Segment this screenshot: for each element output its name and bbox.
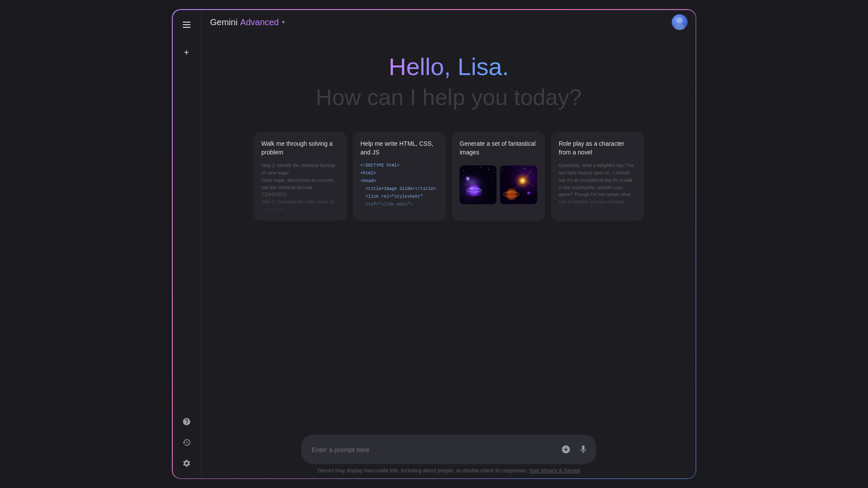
avatar-image	[672, 14, 687, 30]
disclaimer-text: Gemini may display inaccurate info, incl…	[317, 468, 527, 474]
advanced-label: Advanced	[240, 17, 279, 27]
svg-point-7	[480, 167, 480, 168]
header-title[interactable]: Gemini Advanced ▾	[210, 17, 285, 27]
card-images-title: Generate a set of fantastical images	[460, 140, 537, 157]
sidebar-bottom	[178, 413, 195, 472]
svg-point-5	[488, 169, 489, 170]
svg-point-20	[508, 171, 509, 171]
plus-circle-icon	[561, 445, 571, 454]
greeting-hello: Hello, Lisa.	[388, 52, 509, 81]
avatar-inner	[672, 14, 687, 30]
card-problem-preview: Step 1: Identify the chemical formula of…	[261, 162, 339, 213]
hero-section: Hello, Lisa. How can I help you today? W…	[201, 35, 696, 426]
svg-point-21	[524, 168, 525, 169]
card-images-container	[460, 165, 537, 204]
svg-point-28	[507, 190, 516, 199]
settings-button[interactable]	[178, 455, 195, 472]
svg-point-9	[492, 178, 493, 179]
card-roleplay[interactable]: Role play as a character from a novel Go…	[551, 132, 644, 221]
activity-button[interactable]	[178, 434, 195, 451]
add-content-button[interactable]	[558, 442, 574, 457]
card-problem[interactable]: Walk me through solving a problem Step 1…	[253, 132, 347, 221]
svg-point-3	[464, 170, 464, 171]
fantasy-svg-2	[500, 165, 537, 204]
history-icon	[182, 438, 191, 447]
svg-point-0	[677, 17, 683, 23]
avatar[interactable]	[672, 14, 687, 30]
card-roleplay-preview: Goodness, what a delightful day! The sun…	[559, 162, 637, 213]
suggestion-cards-row: Walk me through solving a problem Step 1…	[253, 132, 644, 221]
input-area: Gemini may display inaccurate info, incl…	[201, 426, 696, 479]
greeting-subtext: How can I help you today?	[316, 84, 582, 110]
input-actions	[558, 442, 591, 457]
app-container: + Gemini Adv	[171, 9, 697, 479]
svg-point-23	[518, 170, 519, 171]
prompt-input-container	[301, 435, 596, 464]
svg-point-22	[533, 174, 534, 175]
card-roleplay-title: Role play as a character from a novel	[559, 140, 637, 157]
card-code-preview: <!DOCTYPE html> <html> <head> <title>Ima…	[361, 162, 438, 213]
gemini-label: Gemini	[210, 17, 237, 27]
privacy-link[interactable]: Your privacy & Gemini	[529, 468, 580, 474]
svg-point-19	[502, 169, 502, 170]
svg-point-1	[675, 24, 684, 30]
svg-point-32	[528, 192, 530, 194]
help-button[interactable]	[178, 413, 195, 430]
header: Gemini Advanced ▾	[201, 9, 696, 35]
disclaimer: Gemini may display inaccurate info, incl…	[317, 468, 580, 474]
card-images[interactable]: Generate a set of fantastical images	[452, 132, 545, 221]
svg-point-17	[467, 177, 469, 180]
svg-point-6	[494, 172, 495, 173]
plus-icon: +	[184, 48, 189, 57]
menu-button[interactable]	[178, 16, 195, 33]
sidebar: +	[172, 9, 201, 479]
svg-point-4	[470, 168, 470, 169]
fantasy-image-1	[460, 165, 496, 204]
hamburger-icon	[183, 22, 191, 28]
fantasy-svg-1	[460, 165, 496, 204]
help-icon	[182, 417, 191, 426]
settings-icon	[182, 459, 191, 468]
card-problem-title: Walk me through solving a problem	[261, 140, 339, 157]
new-chat-button[interactable]: +	[178, 44, 195, 61]
main-content: Gemini Advanced ▾ Hello, Lisa. How can I…	[201, 9, 696, 479]
card-code[interactable]: Help me write HTML, CSS, and JS <!DOCTYP…	[353, 132, 446, 221]
voice-button[interactable]	[575, 442, 591, 457]
mic-icon	[579, 445, 588, 454]
dropdown-arrow-icon: ▾	[282, 19, 285, 25]
prompt-input[interactable]	[312, 446, 555, 453]
card-code-title: Help me write HTML, CSS, and JS	[361, 140, 438, 157]
fantasy-image-2	[500, 165, 537, 204]
